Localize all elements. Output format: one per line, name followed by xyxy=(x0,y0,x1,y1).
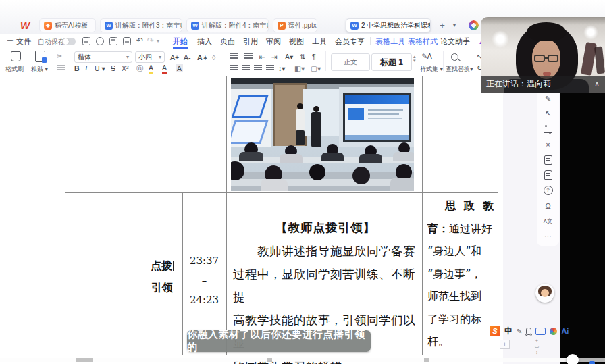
tab-docer-template[interactable]: ◆ 稻壳AI模板 xyxy=(39,18,96,32)
justify-icon[interactable] xyxy=(266,65,274,71)
print-icon[interactable] xyxy=(109,37,117,45)
wps-logo-icon[interactable]: W xyxy=(20,20,30,31)
italic-button[interactable]: I xyxy=(85,64,88,72)
paragraph-mark-icon[interactable]: ¶ xyxy=(312,53,316,61)
export-icon[interactable] xyxy=(96,37,104,45)
tab-attachment4[interactable]: W 讲解版：附件4：南宁师范大学202 xyxy=(186,18,269,32)
player-progress-handle[interactable] xyxy=(567,354,579,364)
sliders-icon[interactable] xyxy=(544,124,553,134)
style-set-label[interactable]: 样式集 ▾ xyxy=(420,65,443,74)
strikethrough-button[interactable]: S xyxy=(111,64,115,72)
assistant-avatar[interactable] xyxy=(535,284,554,303)
menu-table-style[interactable]: 表格样式 xyxy=(408,36,438,47)
grow-font-button[interactable]: A+ xyxy=(170,53,179,61)
font-color-button[interactable]: A xyxy=(162,63,167,74)
align-left-icon[interactable] xyxy=(230,65,238,71)
font-size-combo[interactable]: 小四▾ xyxy=(135,51,165,63)
print-preview-icon[interactable] xyxy=(123,37,131,45)
format-painter-icon[interactable] xyxy=(11,51,21,61)
char-shading-button[interactable]: A xyxy=(176,64,183,72)
superscript-button[interactable]: X² xyxy=(122,64,129,72)
stamp-icon[interactable] xyxy=(544,170,553,180)
ime-keyboard-icon[interactable] xyxy=(535,328,546,335)
ime-lang-label[interactable]: 中 xyxy=(504,326,512,337)
paste-label[interactable]: 粘贴 ▾ xyxy=(31,65,48,74)
annotation-tools-icon[interactable]: × xyxy=(544,140,553,149)
tab-list-chevron-icon[interactable]: ▾ xyxy=(448,18,461,32)
menu-tools[interactable]: 工具 xyxy=(312,36,327,47)
doc-edit-icon[interactable] xyxy=(544,155,553,165)
collapse-chevron-icon[interactable]: ∧ xyxy=(594,80,600,88)
indent-icon[interactable]: ⇥ xyxy=(271,53,278,61)
outdent-icon[interactable]: ⇤ xyxy=(259,53,265,61)
bullet-list-icon[interactable] xyxy=(230,53,238,59)
menu-reference[interactable]: 引用 xyxy=(243,36,258,47)
menu-file[interactable]: 文件 xyxy=(16,36,31,47)
paste-icon[interactable] xyxy=(35,51,45,62)
sogou-logo-icon[interactable]: S xyxy=(490,326,500,336)
tab-active-standards[interactable]: W 2 中学思想政治学科课程标准 xyxy=(346,18,431,32)
ime-plus-box[interactable]: + xyxy=(500,340,510,349)
format-painter-label[interactable]: 格式刷 xyxy=(5,65,24,74)
text-direction-icon[interactable]: A▾ xyxy=(285,53,293,61)
translate-ab-icon[interactable]: A文 xyxy=(544,216,553,226)
shading-icon[interactable]: ◧▾ xyxy=(294,64,305,72)
font-name-combo[interactable]: 楷体▾ xyxy=(74,51,132,63)
autosave-toggle[interactable] xyxy=(62,38,76,45)
hamburger-icon[interactable]: ☰ xyxy=(7,36,14,45)
clear-format-icon[interactable]: ◊ xyxy=(212,53,215,61)
ime-mic-icon[interactable] xyxy=(526,328,531,335)
sort-icon[interactable]: ⇅ xyxy=(300,53,306,61)
style-normal-chip[interactable]: 正文 xyxy=(331,53,370,71)
cell-time[interactable]: 23:37 – 24:23 xyxy=(182,251,226,310)
help-icon[interactable]: ? xyxy=(544,186,553,195)
ime-ai-label[interactable]: Ai xyxy=(561,327,569,335)
new-tab-button[interactable]: + xyxy=(436,18,448,32)
menu-review[interactable]: 审阅 xyxy=(266,36,281,47)
find-icon[interactable] xyxy=(451,53,458,61)
menu-view[interactable]: 视图 xyxy=(289,36,304,47)
redo-icon[interactable]: ↷ xyxy=(147,36,154,45)
border-icon[interactable]: ▢▾ xyxy=(311,64,321,72)
bold-button[interactable]: B xyxy=(74,64,80,72)
menu-paper-helper[interactable]: 论文助手 xyxy=(440,36,470,47)
tab-attachment3[interactable]: W 讲解版：附件3：南宁师范大学 xyxy=(100,18,182,32)
cursor-icon[interactable]: ↖ xyxy=(544,109,553,119)
player-progress-track[interactable] xyxy=(0,358,605,362)
menu-page[interactable]: 页面 xyxy=(220,36,235,47)
style-heading1-chip[interactable]: 标题 1 xyxy=(371,53,412,71)
underline-button[interactable]: U ▾ xyxy=(95,64,105,72)
headset-icon[interactable]: Ω xyxy=(544,201,553,211)
shrink-font-button[interactable]: A- xyxy=(184,53,191,61)
ime-skin-icon[interactable] xyxy=(550,328,557,335)
cell-stage-label[interactable]: 点拨 引领 xyxy=(142,255,182,298)
player-blue-dot[interactable] xyxy=(589,361,595,364)
numbered-list-icon[interactable] xyxy=(244,53,253,59)
copy-icon[interactable] xyxy=(57,65,65,71)
cut-icon[interactable]: ✂ xyxy=(57,52,63,61)
text-effects-button[interactable]: A∗ xyxy=(197,53,208,61)
cell-heading[interactable]: 【教师点拨引领】 xyxy=(233,219,418,236)
undo-icon[interactable]: ↶ xyxy=(136,36,143,45)
webcam-video[interactable]: 正在讲话：温向莉 ∧ xyxy=(481,17,605,93)
align-center-icon[interactable] xyxy=(242,65,250,71)
tab-courseware[interactable]: P 课件.pptx xyxy=(273,18,317,32)
align-right-icon[interactable] xyxy=(254,65,262,71)
menu-home[interactable]: 开始 xyxy=(173,36,188,49)
line-spacing-icon[interactable]: ↕▾ xyxy=(278,64,286,72)
find-replace-label[interactable]: 查找替换▾ xyxy=(446,65,473,74)
theme-circle-icon[interactable] xyxy=(469,20,479,30)
cell-sidebar[interactable]: 思政教 育：通过讲好 “身边人”和 “身边事”， 师范生找到 了学习的标 杆。 xyxy=(427,194,494,353)
pen-icon[interactable]: ✎ xyxy=(544,94,553,103)
style-spinner[interactable]: ▴▾ xyxy=(413,55,416,63)
highlight-button[interactable]: A xyxy=(149,63,153,74)
history-chevron-icon[interactable]: ▾ xyxy=(157,38,159,44)
document-page[interactable]: 点拨 引领 23:37 – 24:23 【教师点拨引领】 教师讲述指导施显欣同学… xyxy=(0,74,503,364)
pinyin-guide-button[interactable]: ⓐ xyxy=(136,64,144,74)
style-set-icon[interactable]: ✎A xyxy=(421,52,432,60)
save-icon[interactable] xyxy=(82,37,90,45)
ime-pen-icon[interactable]: ✎ xyxy=(517,328,522,335)
menu-insert[interactable]: 插入 xyxy=(197,36,212,47)
mini-controls[interactable]: ±▭↕ xyxy=(533,338,541,355)
menu-table-tool[interactable]: 表格工具 xyxy=(375,36,405,47)
